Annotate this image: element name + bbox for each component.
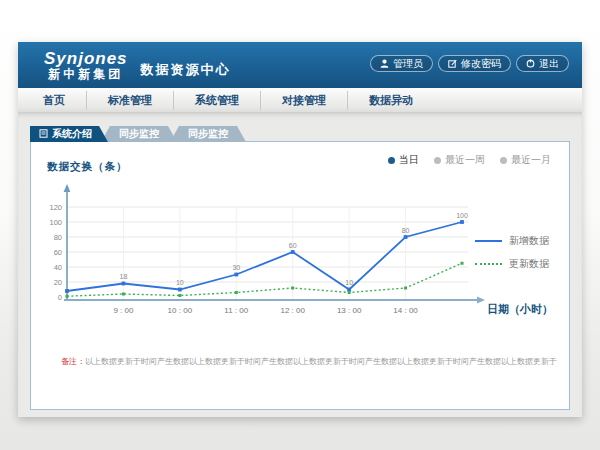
svg-text:10: 10 — [176, 279, 184, 286]
svg-text:日期（小时）: 日期（小时） — [487, 303, 553, 316]
radio-dot-icon — [500, 157, 507, 164]
tab-label: 同步监控 — [188, 127, 228, 141]
page-title: 数据资源中心 — [141, 51, 231, 79]
brand-logo: Synjones 新中新集团 — [44, 50, 128, 80]
nav-item-standard-management[interactable]: 标准管理 — [86, 91, 173, 110]
radio-dot-icon — [388, 157, 395, 164]
svg-text:80: 80 — [402, 227, 410, 234]
nav-item-data-change[interactable]: 数据异动 — [347, 91, 434, 110]
legend-item-new-data: 新增数据 — [475, 234, 549, 248]
svg-text:10: 10 — [345, 279, 353, 286]
admin-button-label: 管理员 — [393, 57, 423, 71]
range-option-last-month[interactable]: 最近一月 — [500, 153, 551, 167]
range-option-label: 当日 — [399, 153, 419, 167]
solid-line-icon — [475, 240, 502, 242]
main-nav: 首页 标准管理 系统管理 对接管理 数据异动 — [18, 88, 582, 113]
y-axis-label: 数据交换（条） — [47, 160, 128, 174]
svg-text:18: 18 — [120, 273, 128, 280]
svg-text:30: 30 — [232, 264, 240, 271]
range-option-label: 最近一周 — [445, 153, 485, 167]
svg-text:60: 60 — [289, 242, 297, 249]
tab-bar: 系统介绍 同步监控 同步监控 — [30, 126, 246, 142]
svg-text:0: 0 — [58, 293, 62, 302]
radio-dot-icon — [434, 157, 441, 164]
range-option-label: 最近一月 — [511, 153, 551, 167]
svg-text:100: 100 — [456, 212, 468, 219]
document-icon — [39, 129, 48, 140]
app-header: Synjones 新中新集团 数据资源中心 管理员 修改密码 — [18, 42, 582, 88]
svg-text:120: 120 — [49, 203, 62, 212]
series-legend: 新增数据 更新数据 — [475, 234, 549, 271]
svg-text:100: 100 — [49, 218, 62, 227]
svg-text:9 : 00: 9 : 00 — [113, 306, 134, 315]
nav-item-home[interactable]: 首页 — [22, 91, 86, 110]
user-icon — [380, 59, 389, 68]
svg-text:40: 40 — [54, 263, 62, 272]
footnote: 备注：以上数据更新于时间产生数据以上数据更新于时间产生数据以上数据更新于时间产生… — [61, 356, 561, 367]
chart-panel: 当日 最近一周 最近一月 数据交换（条） 0204060801001209 : … — [30, 141, 570, 410]
range-option-today[interactable]: 当日 — [388, 153, 419, 167]
legend-label: 更新数据 — [509, 257, 549, 271]
tab-label: 系统介绍 — [52, 127, 92, 141]
tab-label: 同步监控 — [119, 127, 159, 141]
brand-logo-cn: 新中新集团 — [44, 68, 128, 81]
footnote-text: 以上数据更新于时间产生数据以上数据更新于时间产生数据以上数据更新于时间产生数据以… — [85, 357, 557, 366]
logout-button-label: 退出 — [539, 57, 559, 71]
tab-sync-monitor-1[interactable]: 同步监控 — [101, 126, 177, 142]
user-bar: 管理员 修改密码 退出 — [370, 55, 569, 72]
app-window: Synjones 新中新集团 数据资源中心 管理员 修改密码 — [18, 42, 582, 417]
content-area: 系统介绍 同步监控 同步监控 当日 最近一周 — [18, 113, 582, 417]
svg-text:13 : 00: 13 : 00 — [337, 306, 362, 315]
power-icon — [526, 59, 535, 68]
range-filter: 当日 最近一周 最近一月 — [388, 153, 551, 167]
range-option-last-week[interactable]: 最近一周 — [434, 153, 485, 167]
logout-button[interactable]: 退出 — [516, 55, 569, 72]
edit-icon — [448, 59, 457, 68]
svg-text:12 : 00: 12 : 00 — [280, 306, 305, 315]
tab-system-intro[interactable]: 系统介绍 — [30, 126, 108, 142]
legend-item-updated-data: 更新数据 — [475, 257, 549, 271]
admin-button[interactable]: 管理员 — [370, 55, 433, 72]
change-password-button-label: 修改密码 — [461, 57, 501, 71]
legend-label: 新增数据 — [509, 234, 549, 248]
footnote-prefix: 备注： — [61, 357, 85, 366]
nav-item-interface-management[interactable]: 对接管理 — [260, 91, 347, 110]
brand-logo-en: Synjones — [44, 50, 128, 68]
desktop-background: Synjones 新中新集团 数据资源中心 管理员 修改密码 — [0, 0, 600, 450]
change-password-button[interactable]: 修改密码 — [438, 55, 511, 72]
svg-text:11 : 00: 11 : 00 — [224, 306, 248, 315]
tab-sync-monitor-2[interactable]: 同步监控 — [170, 126, 246, 142]
svg-text:60: 60 — [54, 248, 62, 257]
dotted-line-icon — [475, 263, 502, 265]
svg-text:20: 20 — [54, 278, 62, 287]
svg-text:14 : 00: 14 : 00 — [393, 306, 418, 315]
svg-text:10 : 00: 10 : 00 — [168, 306, 193, 315]
svg-text:80: 80 — [54, 233, 62, 242]
nav-item-system-management[interactable]: 系统管理 — [173, 91, 260, 110]
